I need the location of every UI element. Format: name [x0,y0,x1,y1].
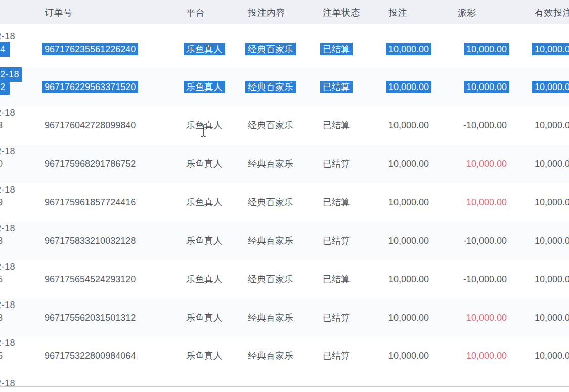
status-badge: 已结算 [320,43,353,55]
cell-valid-bet: 10,000.00 [535,312,569,324]
cell-datetime: 2-18 0 [0,145,15,171]
cell-bet-amount: 10,000.00 [388,196,429,209]
cell-datetime: 2-18 9 [0,184,15,209]
cell-order-number: 967175322800984064 [45,350,136,362]
col-header-status: 注单状态 [323,7,360,19]
col-header-platform: 平台 [186,7,205,19]
date-fragment: 2-18 [0,260,15,273]
cell-valid-bet: 10,000.00 [535,196,569,209]
cell-platform: 乐鱼真人 [186,273,223,286]
date-fragment: 2-18 [0,30,15,43]
cell-datetime: 2-18 5 [0,260,15,286]
cell-valid-bet: 10,000.00 [535,235,569,247]
cell-platform: 乐鱼真人 [186,235,223,247]
time-fragment: 3 [0,235,3,247]
table-row[interactable]: 2-18 2 967176229563371520 乐鱼真人 经典百家乐 已结算… [0,68,569,106]
col-header-content: 投注内容 [248,7,285,19]
cell-datetime: 2-18 2 [0,68,19,94]
cell-payout: -10,000.00 [432,235,507,247]
cell-valid-bet: 10,000.00 [532,81,569,93]
table-row[interactable]: 2-18 9 967175961857724416 乐鱼真人 经典百家乐 已结算… [0,183,569,222]
status-badge: 已结算 [323,273,350,286]
cell-bet-amount: 10,000.00 [386,43,431,55]
time-fragment: 3 [0,312,3,324]
cell-order-number: 967175961857724416 [45,196,136,209]
table-row[interactable]: 2-18 3 967175562031501312 乐鱼真人 经典百家乐 已结算… [0,298,569,337]
cell-bet-content: 经典百家乐 [248,273,293,286]
cell-platform: 乐鱼真人 [184,43,225,55]
table-header: 订单号 平台 投注内容 注单状态 投注 派彩 有效投注 [0,0,569,24]
cell-payout: 10,000.00 [464,43,509,55]
cell-platform: 乐鱼真人 [186,196,223,209]
table-row[interactable]: 2-18 4 967176235561226240 乐鱼真人 经典百家乐 已结算… [0,30,569,68]
cell-valid-bet: 10,000.00 [535,350,569,362]
status-badge: 已结算 [323,196,350,209]
cell-bet-content: 经典百家乐 [245,43,296,55]
col-header-bet: 投注 [388,7,407,19]
cell-valid-bet: 10,000.00 [535,158,569,170]
cell-valid-bet: 10,000.00 [535,119,569,132]
table-row[interactable]: 2-18 3 967176042728099840 乐鱼真人 经典百家乐 已结算… [0,106,569,145]
status-badge: 已结算 [323,312,350,324]
cell-order-number: 967175562031501312 [45,312,136,324]
cell-bet-amount: 10,000.00 [386,81,431,93]
time-fragment: 0 [0,158,3,170]
table-row[interactable]: 2-18 3 967175833210032128 乐鱼真人 经典百家乐 已结算… [0,222,569,260]
table-row[interactable]: 2-18 5 967175654524293120 乐鱼真人 经典百家乐 已结算… [0,260,569,298]
cell-platform: 乐鱼真人 [186,158,223,170]
cell-bet-amount: 10,000.00 [388,235,429,247]
text-cursor-icon [200,124,207,137]
bottom-mask [0,387,569,392]
status-badge: 已结算 [323,119,350,132]
cell-datetime: 2-18 3 [0,107,15,133]
cell-bet-content: 经典百家乐 [248,119,293,132]
cell-datetime: 2-18 5 [0,337,15,363]
cell-payout: -10,000.00 [432,119,507,132]
time-fragment: 9 [0,196,3,209]
cell-order-number: 967176235561226240 [42,43,138,55]
cell-payout: 10,000.00 [432,350,507,362]
time-fragment: 4 [0,42,10,57]
table-row[interactable]: 2-18 0 967175968291786752 乐鱼真人 经典百家乐 已结算… [0,145,569,183]
cell-bet-content: 经典百家乐 [248,235,293,247]
cell-payout: 10,000.00 [432,196,507,209]
cell-platform: 乐鱼真人 [186,312,223,324]
cell-payout: 10,000.00 [464,81,509,93]
cell-datetime: 2-18 3 [0,299,15,325]
time-fragment: 2 [0,80,10,95]
cell-payout: -10,000.00 [432,273,507,286]
cell-bet-content: 经典百家乐 [248,158,293,170]
cell-order-number: 967175654524293120 [45,273,136,286]
cell-bet-content: 经典百家乐 [245,81,296,93]
date-fragment: 2-18 [0,299,15,312]
time-fragment: 5 [0,350,3,362]
cell-bet-amount: 10,000.00 [388,119,429,132]
time-fragment: 3 [0,119,3,132]
cell-valid-bet: 10,000.00 [535,273,569,286]
cell-bet-amount: 10,000.00 [388,350,429,362]
cell-order-number: 967175968291786752 [45,158,136,170]
date-fragment: 2-18 [0,222,15,235]
date-fragment: 2-18 [0,337,15,350]
cell-valid-bet: 10,000.00 [532,43,569,55]
status-badge: 已结算 [320,81,353,93]
cell-platform: 乐鱼真人 [184,81,225,93]
col-header-payout: 派彩 [458,7,476,19]
cell-datetime: 2-18 4 [0,30,15,56]
cell-datetime: 2-18 3 [0,222,15,248]
time-fragment: 5 [0,273,3,286]
status-badge: 已结算 [323,158,350,170]
cell-bet-content: 经典百家乐 [248,312,293,324]
cell-bet-amount: 10,000.00 [388,158,429,170]
cell-payout: 10,000.00 [432,312,507,324]
cell-order-number: 967176042728099840 [45,119,136,132]
date-fragment: 2-18 [0,145,15,158]
cell-payout: 10,000.00 [432,158,507,170]
cell-bet-content: 经典百家乐 [248,196,293,209]
cell-order-number: 967175833210032128 [45,235,136,247]
col-header-order: 订单号 [45,7,73,19]
date-fragment: 2-18 [0,184,15,196]
cell-bet-content: 经典百家乐 [248,350,293,362]
status-badge: 已结算 [323,235,350,247]
table-row[interactable]: 2-18 5 967175322800984064 乐鱼真人 经典百家乐 已结算… [0,336,569,375]
